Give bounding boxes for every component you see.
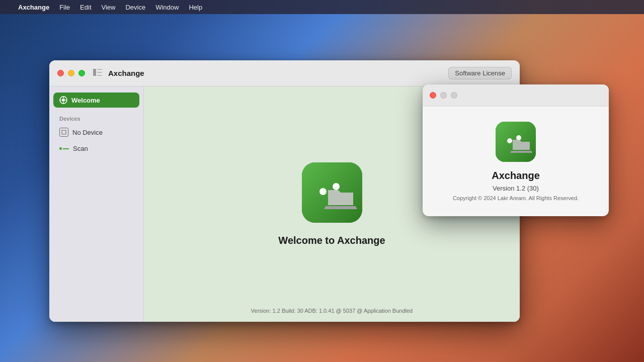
- svg-point-18: [516, 135, 521, 140]
- menu-device[interactable]: Device: [125, 4, 145, 11]
- menu-file[interactable]: File: [59, 4, 70, 11]
- scan-label: Scan: [73, 145, 88, 152]
- svg-point-17: [507, 138, 512, 143]
- welcome-icon: [59, 96, 67, 104]
- sidebar-item-no-device[interactable]: No Device: [53, 125, 139, 140]
- about-app-icon: [496, 122, 536, 162]
- traffic-lights: [57, 70, 85, 76]
- menu-window[interactable]: Window: [155, 4, 179, 11]
- svg-rect-2: [97, 72, 102, 73]
- about-version: Version 1.2 (30): [493, 185, 539, 192]
- no-device-icon: [59, 128, 68, 137]
- title-bar: Axchange Software License: [49, 60, 520, 86]
- about-minimize-button[interactable]: [440, 92, 447, 99]
- svg-point-13: [319, 188, 327, 195]
- welcome-title: Welcome to Axchange: [278, 235, 385, 246]
- sidebar: Welcome Devices No Device Scan: [49, 86, 144, 322]
- svg-point-14: [333, 183, 340, 190]
- menu-help[interactable]: Help: [189, 4, 202, 11]
- svg-rect-3: [97, 75, 102, 76]
- scan-icon: [59, 147, 69, 150]
- no-device-label: No Device: [72, 129, 103, 136]
- fullscreen-button[interactable]: [78, 70, 85, 76]
- version-footer: Version: 1.2 Build: 30 ADB: 1.0.41 @ 503…: [251, 308, 413, 314]
- app-icon-large: [302, 162, 362, 235]
- about-title-bar: [423, 84, 609, 107]
- sidebar-toggle-icon[interactable]: [93, 69, 102, 78]
- sidebar-section-devices: Devices: [53, 116, 139, 122]
- about-copyright: Copyright © 2024 Lakr Aream. All Rights …: [453, 195, 579, 201]
- about-body: Axchange Version 1.2 (30) Copyright © 20…: [423, 107, 609, 216]
- menu-view[interactable]: View: [102, 4, 116, 11]
- about-dialog: Axchange Version 1.2 (30) Copyright © 20…: [423, 84, 609, 216]
- about-app-name: Axchange: [492, 170, 540, 182]
- window-title: Axchange: [108, 69, 144, 77]
- svg-rect-10: [62, 130, 66, 134]
- svg-rect-1: [97, 69, 102, 70]
- about-close-button[interactable]: [430, 92, 436, 99]
- sidebar-item-scan[interactable]: Scan: [53, 142, 139, 155]
- menu-edit[interactable]: Edit: [80, 4, 91, 11]
- close-button[interactable]: [57, 70, 64, 76]
- svg-rect-0: [93, 69, 96, 76]
- about-fullscreen-button[interactable]: [451, 92, 457, 99]
- menu-app-name[interactable]: Axchange: [18, 4, 49, 11]
- sidebar-item-welcome[interactable]: Welcome: [53, 93, 139, 108]
- sidebar-welcome-label: Welcome: [71, 97, 100, 104]
- software-license-button[interactable]: Software License: [448, 67, 512, 79]
- menu-bar: Axchange File Edit View Device Window He…: [0, 0, 644, 14]
- minimize-button[interactable]: [68, 70, 74, 76]
- svg-point-5: [62, 99, 65, 102]
